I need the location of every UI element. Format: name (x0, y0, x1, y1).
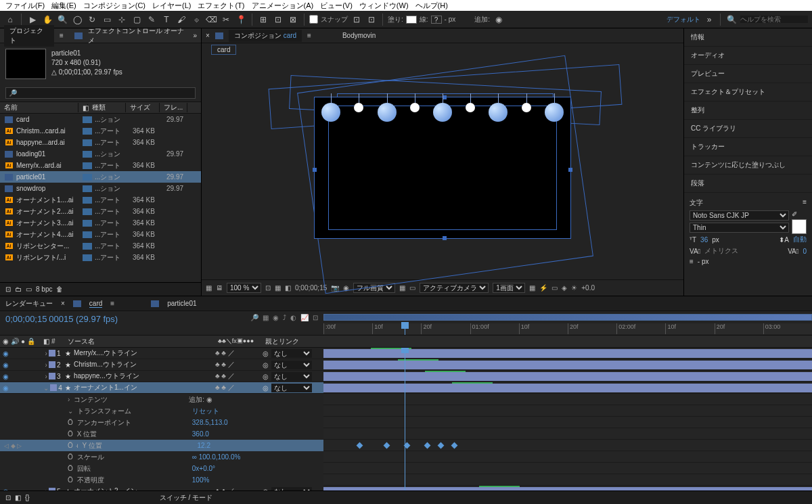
project-item[interactable]: Ai オーナメント2....ai ...アート 364 KB (0, 206, 201, 217)
flowchart-icon[interactable]: ◈ (562, 284, 567, 292)
prop-rotation[interactable]: Ö回転0x+0.0° (0, 463, 323, 474)
project-item[interactable]: Ai Christm...card.ai ...アート 364 KB (0, 125, 201, 137)
tl-draft3d-icon[interactable]: ◉ (273, 314, 279, 321)
fill-swatch[interactable] (406, 16, 417, 24)
font-weight-dropdown[interactable]: Thin (690, 223, 789, 233)
char-panel-title[interactable]: 文字 (690, 198, 703, 208)
view-axis-icon[interactable]: ⊠ (287, 14, 299, 26)
snap-opt-icon[interactable]: ⊡ (351, 14, 363, 26)
monitor-icon[interactable]: 🖥 (216, 284, 223, 292)
camera-tool[interactable]: ▭ (101, 14, 113, 26)
parent-dropdown[interactable]: なし (271, 384, 312, 392)
tab-card[interactable]: card (89, 300, 102, 308)
col-source-name[interactable]: ソース名 (65, 337, 215, 346)
canvas[interactable] (314, 97, 571, 239)
clone-tool[interactable]: ⟐ (190, 14, 202, 26)
comp-breadcrumb[interactable]: card (211, 45, 236, 55)
eye-icon[interactable]: ◉ (3, 361, 9, 369)
selection-tool[interactable]: ▶ (26, 14, 39, 26)
zoom-dropdown[interactable]: 100 % (227, 283, 261, 293)
prop-contents[interactable]: ›コンテンツ追加: ◉ (0, 394, 323, 405)
effect-controls-tab[interactable]: エフェクトコントロール オーナメ (88, 26, 188, 45)
project-item[interactable]: Ai オーナメント4....ai ...アート 364 KB (0, 229, 201, 240)
panel-item[interactable]: 整列 (684, 101, 812, 120)
track[interactable] (323, 382, 812, 394)
layer-list[interactable]: ◉ › 1 ★ Merry/x....ウトライン ♣ ♣ ／ ◎なし ◉ › 2… (0, 348, 323, 490)
font-family-dropdown[interactable]: Noto Sans CJK JP (690, 210, 789, 221)
layer-row[interactable]: ◉ › 5 ★ オーナメント2...イン ♣ ♣ ／ ◎なし (0, 486, 323, 490)
trash-icon[interactable]: 🗑 (56, 285, 63, 293)
playhead[interactable] (405, 323, 405, 335)
close-tab-icon[interactable]: × (206, 32, 210, 39)
panel-item[interactable]: トラッカー (684, 138, 812, 156)
menu-item[interactable]: レイヤー(L) (150, 1, 194, 11)
layer-row[interactable]: ◉ ⌄ 4 ★ オーナメント1...イン ♣ ♣ ／ ◎なし (0, 382, 323, 394)
camera-dropdown[interactable]: アクティブカメラ (420, 283, 489, 293)
eyedropper-icon[interactable]: ✐ (792, 210, 807, 218)
brush-tool[interactable]: 🖌 (175, 14, 187, 26)
parent-dropdown[interactable]: なし (271, 349, 312, 358)
parent-dropdown[interactable]: なし (271, 361, 312, 369)
work-area-bar[interactable] (323, 314, 812, 321)
col-parent[interactable]: 親とリンク (263, 337, 323, 346)
project-item[interactable]: Ai リボンレフト/...i ...アート 364 KB (0, 252, 201, 263)
project-item[interactable]: particle01 ...ション 29.97 (0, 171, 201, 183)
pickwhip-icon[interactable]: ◎ (263, 350, 269, 357)
tab-render-queue[interactable]: レンダーキュー (5, 299, 53, 308)
fill-color-swatch[interactable] (792, 219, 807, 234)
orbit-tool[interactable]: ◯ (71, 14, 83, 26)
layer-row[interactable]: ◉ › 2 ★ Christm...ウトライン ♣ ♣ ／ ◎なし (0, 359, 323, 371)
col-fps[interactable]: フレ... (160, 103, 187, 112)
track[interactable] (323, 371, 812, 382)
viewer-time[interactable]: 0;00;00;15 (295, 284, 327, 292)
time-ruler[interactable]: :00f10f20f01:00f10f20f02:00f10f20f03:00 (323, 323, 812, 334)
tab-particle[interactable]: particle01 (167, 300, 196, 307)
interpret-icon[interactable]: ⊡ (5, 285, 11, 293)
menu-item[interactable]: コンポジション(C) (81, 1, 148, 11)
quality-dropdown[interactable]: フル画質 (353, 283, 395, 293)
mask-icon[interactable]: ◧ (285, 284, 291, 292)
local-axis-icon[interactable]: ⊞ (257, 14, 269, 26)
pan-behind-tool[interactable]: ⊹ (116, 14, 128, 26)
new-comp-icon[interactable]: ▭ (26, 285, 32, 293)
snap-opt2-icon[interactable]: ⊡ (365, 14, 378, 26)
col-name[interactable]: 名前 (0, 103, 78, 112)
project-item[interactable]: card ...ション 29.97 (0, 114, 201, 125)
project-item[interactable]: Ai オーナメント3....ai ...アート 364 KB (0, 217, 201, 229)
tracking-value[interactable]: 0 (803, 248, 807, 255)
switch-mode-label[interactable]: スイッチ / モード (160, 493, 212, 503)
leading-value[interactable]: 自動 (793, 235, 807, 244)
prop-ypos[interactable]: ◁ ◆ ▷Ö ⫞Y 位置12.2 (0, 440, 323, 451)
track[interactable] (323, 348, 812, 359)
text-tool[interactable]: T (160, 14, 173, 26)
view-layout-icon[interactable]: ▦ (399, 284, 405, 292)
hand-tool[interactable]: ✋ (41, 14, 53, 26)
bpc-label[interactable]: 8 bpc (36, 285, 52, 293)
layer-row[interactable]: ◉ › 3 ★ happyne...ウトライン ♣ ♣ ／ ◎なし (0, 371, 323, 382)
tl-toggle2-icon[interactable]: ◧ (15, 494, 21, 501)
roto-tool[interactable]: ✂ (220, 14, 232, 26)
panel-overflow-icon[interactable]: » (193, 32, 197, 39)
pen-tool[interactable]: ✎ (145, 14, 158, 26)
transparency-icon[interactable]: ▦ (275, 284, 281, 292)
bodymovin-tab[interactable]: Bodymovin (342, 32, 376, 39)
col-tag-icon[interactable]: ◧ (78, 104, 88, 112)
tl-shy-icon[interactable]: ⤴ (283, 314, 286, 321)
snap-checkbox[interactable] (309, 15, 318, 24)
stroke-width-value[interactable]: - px (698, 258, 709, 265)
world-axis-icon[interactable]: ⊡ (272, 14, 284, 26)
prop-anchor[interactable]: Öアンカーポイント328.5,113.0 (0, 417, 323, 428)
3d-icon[interactable]: ▭ (409, 284, 415, 292)
project-item[interactable]: Ai Merry/x...ard.ai ...アート 364 KB (0, 160, 201, 171)
tl-comp-icon[interactable]: ▦ (263, 314, 269, 321)
px-aspect-icon[interactable]: ▦ (529, 284, 535, 292)
eye-icon[interactable]: ◉ (3, 373, 9, 380)
panel-item[interactable]: 段落 (684, 175, 812, 193)
eraser-tool[interactable]: ⌫ (205, 14, 217, 26)
folder-icon[interactable]: 🗀 (15, 285, 22, 293)
kerning-value[interactable]: メトリクス (704, 246, 738, 256)
panel-item[interactable]: 情報 (684, 28, 812, 47)
prop-scale[interactable]: Öスケール∞ 100.0,100.0% (0, 451, 323, 463)
project-item[interactable]: snowdrop ...ション 29.97 (0, 183, 201, 194)
project-search-input[interactable] (5, 87, 196, 99)
